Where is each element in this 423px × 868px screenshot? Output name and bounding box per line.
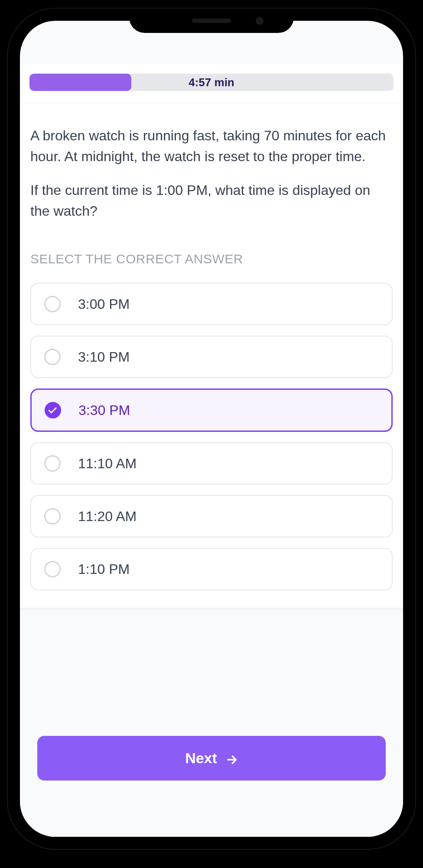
answer-list: 3:00 PM 3:10 PM 3:30 PM 11:10 A	[30, 283, 393, 590]
next-button-label: Next	[185, 750, 217, 767]
radio-icon	[44, 455, 61, 472]
answer-option-0[interactable]: 3:00 PM	[30, 283, 393, 325]
phone-frame: 4:57 min A broken watch is running fast,…	[8, 9, 415, 849]
radio-icon	[44, 561, 61, 577]
answer-option-5[interactable]: 1:10 PM	[30, 548, 393, 590]
progress-section: 4:57 min	[20, 64, 403, 104]
next-button[interactable]: Next	[37, 736, 386, 781]
answer-text: 3:00 PM	[78, 296, 130, 312]
answer-section-label: SELECT THE CORRECT ANSWER	[30, 252, 393, 266]
answer-text: 11:20 AM	[78, 508, 137, 525]
answer-option-2[interactable]: 3:30 PM	[30, 389, 393, 432]
checkmark-icon	[48, 405, 57, 414]
timer-display: 4:57 min	[189, 76, 234, 89]
arrow-right-icon	[226, 752, 238, 764]
footer: Next	[20, 719, 403, 837]
content-area: 4:57 min A broken watch is running fast,…	[20, 21, 403, 837]
question-paragraph-1: A broken watch is running fast, taking 7…	[30, 125, 393, 167]
notch-speaker	[192, 19, 231, 23]
progress-bar: 4:57 min	[29, 74, 394, 91]
answer-text: 11:10 AM	[78, 456, 137, 472]
radio-icon	[44, 296, 61, 312]
answer-text: 3:30 PM	[78, 402, 130, 418]
question-card: A broken watch is running fast, taking 7…	[20, 104, 403, 608]
phone-screen: 4:57 min A broken watch is running fast,…	[20, 21, 403, 837]
notch-camera	[256, 17, 264, 25]
answer-option-3[interactable]: 11:10 AM	[30, 442, 393, 485]
radio-icon-checked	[45, 402, 61, 418]
radio-icon	[44, 349, 61, 365]
answer-text: 3:10 PM	[78, 349, 130, 365]
progress-fill	[29, 74, 131, 91]
answer-option-1[interactable]: 3:10 PM	[30, 336, 393, 378]
radio-icon	[44, 508, 61, 525]
phone-notch	[129, 9, 294, 33]
answer-text: 1:10 PM	[78, 561, 130, 577]
question-paragraph-2: If the current time is 1:00 PM, what tim…	[30, 180, 393, 221]
answer-option-4[interactable]: 11:20 AM	[30, 495, 393, 538]
